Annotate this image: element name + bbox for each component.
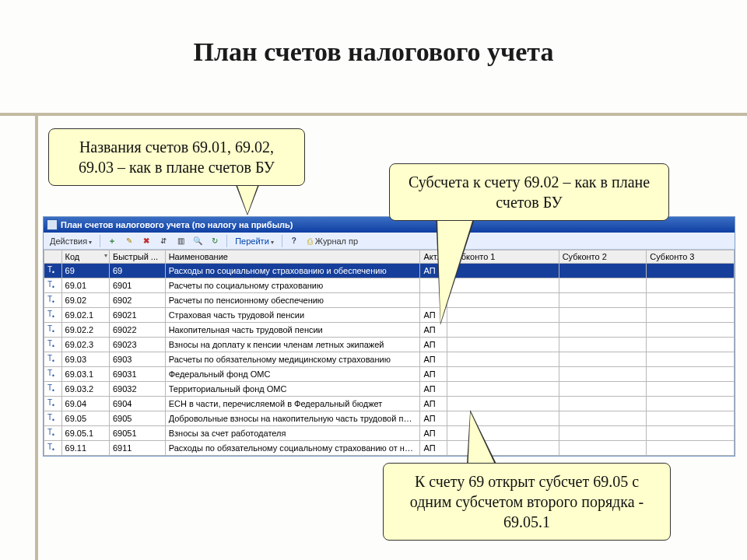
table-row[interactable]: T•69.026902Расчеты по пенсионному обеспе… — [44, 293, 735, 308]
find-button[interactable]: 🔍 — [191, 234, 205, 248]
col-fast[interactable]: Быстрый ... — [109, 250, 165, 264]
cell-act: АП — [420, 426, 447, 441]
cell-sub2 — [559, 278, 647, 293]
cell-fast: 69 — [109, 264, 165, 278]
row-icon: T• — [44, 441, 62, 456]
cell-sub2 — [559, 308, 647, 323]
cell-sub3 — [647, 338, 735, 352]
cell-sub3 — [647, 382, 735, 397]
cell-sub3 — [647, 367, 735, 382]
decorative-line-top — [0, 113, 747, 116]
cell-code: 69.03 — [61, 352, 109, 367]
cell-code: 69.04 — [61, 397, 109, 411]
col-icon[interactable] — [44, 250, 62, 264]
table-row[interactable]: T•69.05.169051Взносы за счет работодател… — [44, 426, 735, 441]
table-row[interactable]: T•69.02.169021Страховая часть трудовой п… — [44, 308, 735, 323]
table-row[interactable]: T•69.02.269022Накопительная часть трудов… — [44, 323, 735, 338]
row-icon: T• — [44, 411, 62, 426]
cell-code: 69.02.1 — [61, 308, 109, 323]
cell-code: 69.01 — [61, 278, 109, 293]
cell-fast: 6904 — [109, 397, 165, 411]
cell-sub2 — [559, 397, 647, 411]
col-sub3[interactable]: Субконто 3 — [647, 250, 735, 264]
callout-account-names: Названия счетов 69.01, 69.02, 69.03 – ка… — [48, 128, 305, 186]
cell-sub2 — [559, 411, 647, 426]
row-icon: T• — [44, 397, 62, 411]
table-row[interactable]: T•69.016901Расчеты по социальному страхо… — [44, 278, 735, 293]
cell-fast: 6903 — [109, 352, 165, 367]
table-row[interactable]: T•6969Расходы по социальному страхованию… — [44, 264, 735, 278]
table-row[interactable]: T•69.02.369023Взносы на доплату к пенсии… — [44, 338, 735, 352]
cell-sub2 — [559, 293, 647, 308]
cell-sub1 — [447, 352, 559, 367]
cell-fast: 6902 — [109, 293, 165, 308]
accounts-grid[interactable]: Код▾ Быстрый ... Наименование Акт. Субко… — [44, 250, 735, 456]
filter-button[interactable]: ▥ — [174, 234, 188, 248]
actions-menu[interactable]: Действия — [47, 236, 95, 246]
refresh-button[interactable]: ↻ — [208, 234, 222, 248]
row-icon: T• — [44, 426, 62, 441]
cell-name: Добровольные взносы на накопительную час… — [165, 411, 420, 426]
add-button[interactable]: ＋ — [105, 234, 119, 248]
col-code[interactable]: Код▾ — [61, 250, 109, 264]
table-row[interactable]: T•69.036903Расчеты по обязательному меди… — [44, 352, 735, 367]
row-icon: T• — [44, 382, 62, 397]
cell-name: Расчеты по социальному страхованию — [165, 278, 420, 293]
cell-fast: 6905 — [109, 411, 165, 426]
journal-label: Журнал пр — [315, 236, 358, 246]
col-name[interactable]: Наименование — [165, 250, 420, 264]
cell-name: Расчеты по пенсионному обеспечению — [165, 293, 420, 308]
cell-sub1 — [447, 382, 559, 397]
delete-button[interactable]: ✖ — [139, 234, 153, 248]
cell-name: Взносы за счет работодателя — [165, 426, 420, 441]
cell-sub3 — [647, 397, 735, 411]
row-icon: T• — [44, 264, 62, 278]
edit-button[interactable]: ✎ — [122, 234, 136, 248]
cell-code: 69 — [61, 264, 109, 278]
table-row[interactable]: T•69.03.169031Федеральный фонд ОМСАП — [44, 367, 735, 382]
table-row[interactable]: T•69.056905Добровольные взносы на накопи… — [44, 411, 735, 426]
cell-sub2 — [559, 426, 647, 441]
cell-name: Расчеты по обязательному медицинскому ст… — [165, 352, 420, 367]
table-row[interactable]: T•69.046904ЕСН в части, перечисляемой в … — [44, 397, 735, 411]
cell-fast: 69022 — [109, 323, 165, 338]
hierarchy-button[interactable]: ⇵ — [156, 234, 170, 248]
toolbar: Действия ＋ ✎ ✖ ⇵ ▥ 🔍 ↻ Перейти ? ⎙ Журна… — [44, 233, 735, 250]
row-icon: T• — [44, 338, 62, 352]
row-icon: T• — [44, 278, 62, 293]
cell-sub1 — [447, 308, 559, 323]
cell-act: АП — [420, 397, 447, 411]
cell-name: Взносы на доплату к пенсии членам летных… — [165, 338, 420, 352]
window-icon — [47, 219, 58, 230]
help-button[interactable]: ? — [287, 234, 301, 248]
cell-sub3 — [647, 293, 735, 308]
window-title: План счетов налогового учета (по налогу … — [61, 220, 293, 229]
col-sub2[interactable]: Субконто 2 — [559, 250, 647, 264]
cell-name: Федеральный фонд ОМС — [165, 367, 420, 382]
callout-subaccount-6905: К счету 69 открыт субсчет 69.05 с одним … — [383, 463, 671, 541]
goto-menu[interactable]: Перейти — [232, 236, 277, 246]
callout-subaccounts-6902: Субсчета к счету 69.02 – как в плане сче… — [389, 163, 669, 221]
journal-button[interactable]: ⎙ Журнал пр — [304, 236, 361, 246]
cell-sub2 — [559, 382, 647, 397]
row-icon: T• — [44, 308, 62, 323]
chart-of-accounts-window: План счетов налогового учета (по налогу … — [43, 216, 735, 457]
cell-fast: 69051 — [109, 426, 165, 441]
cell-name: Расходы по социальному страхованию и обе… — [165, 264, 420, 278]
cell-name: Накопительная часть трудовой пенсии — [165, 323, 420, 338]
table-row[interactable]: T•69.03.269032Территориальный фонд ОМСАП — [44, 382, 735, 397]
cell-code: 69.05.1 — [61, 426, 109, 441]
cell-sub3 — [647, 323, 735, 338]
cell-code: 69.02.3 — [61, 338, 109, 352]
toolbar-separator — [100, 235, 100, 247]
cell-sub3 — [647, 426, 735, 441]
toolbar-separator — [226, 235, 227, 247]
table-row[interactable]: T•69.116911Расходы по обязательному соци… — [44, 441, 735, 456]
cell-sub3 — [647, 308, 735, 323]
cell-sub2 — [559, 352, 647, 367]
cell-act: АП — [420, 411, 447, 426]
cell-sub1 — [447, 338, 559, 352]
cell-fast: 6911 — [109, 441, 165, 456]
cell-sub3 — [647, 411, 735, 426]
grid-header-row[interactable]: Код▾ Быстрый ... Наименование Акт. Субко… — [44, 250, 735, 264]
